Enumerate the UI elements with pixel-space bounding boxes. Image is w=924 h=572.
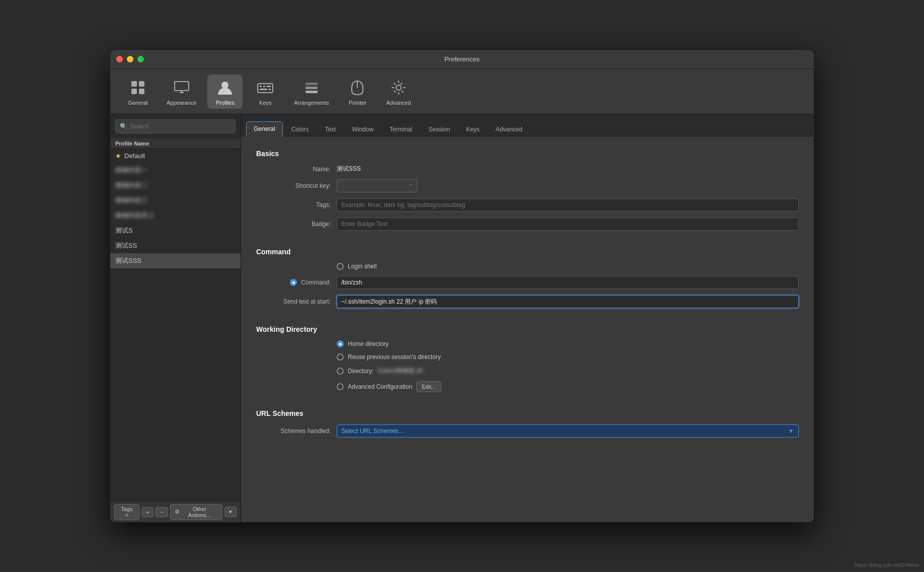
window-title: Preferences bbox=[444, 55, 480, 63]
layers-icon bbox=[301, 78, 322, 98]
svg-rect-0 bbox=[131, 81, 137, 87]
profile-item-6[interactable]: 测试S bbox=[110, 223, 241, 238]
svg-rect-2 bbox=[131, 89, 137, 94]
edit-button[interactable]: Edit... bbox=[416, 381, 441, 392]
advanced-config-row: Advanced Configuration Edit... bbox=[256, 381, 799, 392]
directory-value: /Users/模糊值.sh bbox=[377, 367, 423, 375]
tab-session[interactable]: Session bbox=[421, 122, 457, 136]
profile-list-header: Profile Name bbox=[110, 138, 241, 149]
tab-keys[interactable]: Keys bbox=[458, 122, 487, 136]
toolbar-item-arrangements[interactable]: Arrangements bbox=[288, 75, 335, 109]
other-actions-dropdown[interactable]: ▾ bbox=[224, 507, 237, 517]
badge-input[interactable] bbox=[337, 218, 799, 231]
shortcut-label: Shortcut key: bbox=[256, 182, 337, 189]
advanced-config-radio[interactable] bbox=[337, 383, 344, 390]
minimize-button[interactable] bbox=[127, 56, 133, 62]
right-panel: General Colors Text Window Terminal Sess… bbox=[241, 114, 814, 522]
add-profile-button[interactable]: + bbox=[141, 507, 153, 517]
name-row: Name: 测试SSS bbox=[256, 165, 799, 173]
tags-label: Tags: bbox=[256, 201, 337, 208]
keyboard-icon bbox=[255, 78, 275, 98]
login-shell-radio-row: Login shell bbox=[337, 263, 376, 270]
working-dir-section-title: Working Directory bbox=[256, 325, 799, 333]
tab-window[interactable]: Window bbox=[344, 122, 381, 136]
url-schemes-placeholder: Select URL Schemes... bbox=[341, 427, 404, 435]
profile-item-5[interactable]: 模糊内容四 2 bbox=[110, 208, 241, 223]
profile-item-8[interactable]: 测试SSS bbox=[110, 253, 241, 268]
command-radio[interactable] bbox=[290, 279, 297, 286]
profile-scroll-area: ★ Default 模糊内容一 模糊内容二 模糊内容三 模糊内容四 2 bbox=[110, 149, 241, 501]
toolbar-label-arrangements: Arrangements bbox=[294, 100, 329, 106]
url-schemes-select[interactable]: Select URL Schemes... ▼ bbox=[337, 424, 799, 438]
search-bar[interactable]: 🔍 bbox=[115, 119, 236, 133]
toolbar-item-pointer[interactable]: Pointer bbox=[340, 75, 375, 109]
schemes-label: Schemes handled: bbox=[256, 427, 337, 435]
login-shell-radio[interactable] bbox=[337, 263, 344, 270]
profile-item-label: 测试SSS bbox=[115, 256, 141, 265]
advanced-config-label: Advanced Configuration bbox=[348, 383, 412, 390]
svg-rect-15 bbox=[305, 83, 318, 85]
remove-profile-button[interactable]: − bbox=[156, 507, 168, 517]
profile-item-default[interactable]: ★ Default bbox=[110, 149, 241, 163]
main-content: 🔍 Profile Name ★ Default 模糊内容一 bbox=[110, 114, 814, 522]
tab-advanced[interactable]: Advanced bbox=[488, 122, 530, 136]
toolbar-label-advanced: Advanced bbox=[386, 100, 411, 106]
toolbar-label-general: General bbox=[128, 100, 147, 106]
toolbar-item-keys[interactable]: Keys bbox=[248, 75, 283, 109]
toolbar-item-profiles[interactable]: Profiles bbox=[207, 75, 243, 109]
name-value: 测试SSS bbox=[337, 165, 361, 173]
mouse-icon bbox=[347, 78, 367, 98]
profile-item-3[interactable]: 模糊内容二 bbox=[110, 178, 241, 193]
reuse-radio-row: Reuse previous session's directory bbox=[337, 353, 441, 361]
watermark: https://blog.cdn.net2/Mess bbox=[855, 562, 919, 568]
directory-radio[interactable] bbox=[337, 368, 344, 375]
other-actions-button[interactable]: ⚙ Other Actions... bbox=[170, 504, 222, 520]
close-button[interactable] bbox=[116, 56, 123, 62]
search-icon: 🔍 bbox=[120, 123, 127, 130]
gear-icon bbox=[389, 78, 409, 98]
login-shell-row: Login shell bbox=[256, 263, 799, 270]
login-shell-label: Login shell bbox=[348, 263, 376, 270]
home-dir-radio[interactable] bbox=[337, 340, 344, 347]
toolbar-item-general[interactable]: General bbox=[120, 75, 156, 109]
reuse-radio[interactable] bbox=[337, 353, 344, 361]
svg-rect-1 bbox=[139, 81, 144, 87]
command-section-title: Command bbox=[256, 248, 799, 256]
directory-row: Directory: /Users/模糊值.sh bbox=[256, 367, 799, 375]
send-text-row: Send text at start: bbox=[256, 295, 799, 308]
person-icon bbox=[215, 78, 235, 98]
tags-button[interactable]: Tags > bbox=[114, 504, 139, 520]
tab-colors[interactable]: Colors bbox=[284, 122, 317, 136]
search-input[interactable] bbox=[130, 123, 231, 130]
titlebar: Preferences bbox=[110, 50, 814, 69]
badge-row: Badge: bbox=[256, 218, 799, 231]
chevron-icon: ⌃ bbox=[409, 183, 413, 189]
tab-text[interactable]: Text bbox=[317, 122, 343, 136]
toolbar-label-profiles: Profiles bbox=[216, 100, 235, 106]
toolbar: General Appearance Profiles bbox=[110, 69, 814, 114]
svg-rect-10 bbox=[263, 86, 265, 87]
profile-item-label: 模糊内容二 bbox=[115, 181, 148, 190]
profile-item-7[interactable]: 测试SS bbox=[110, 238, 241, 253]
toolbar-label-pointer: Pointer bbox=[349, 100, 366, 106]
maximize-button[interactable] bbox=[137, 56, 144, 62]
reuse-label: Reuse previous session's directory bbox=[348, 353, 441, 361]
profile-name-column: Profile Name bbox=[115, 140, 236, 147]
tab-terminal[interactable]: Terminal bbox=[382, 122, 420, 136]
toolbar-item-appearance[interactable]: Appearance bbox=[161, 75, 202, 109]
shortcut-select[interactable]: ⌃ bbox=[337, 179, 417, 192]
window-controls bbox=[116, 56, 144, 62]
shortcut-row: Shortcut key: ⌃ bbox=[256, 179, 799, 192]
profile-item-2[interactable]: 模糊内容一 bbox=[110, 163, 241, 178]
profile-item-4[interactable]: 模糊内容三 bbox=[110, 193, 241, 208]
tab-general[interactable]: General bbox=[246, 121, 283, 136]
profile-item-label: 测试S bbox=[115, 226, 133, 235]
send-text-input[interactable] bbox=[337, 295, 799, 308]
toolbar-item-advanced[interactable]: Advanced bbox=[380, 75, 417, 109]
profile-item-label: 模糊内容四 2 bbox=[115, 211, 153, 220]
command-input[interactable] bbox=[337, 276, 799, 289]
grid-icon bbox=[128, 78, 148, 98]
tags-input[interactable] bbox=[337, 198, 799, 211]
badge-label: Badge: bbox=[256, 221, 337, 228]
svg-rect-9 bbox=[260, 86, 262, 87]
